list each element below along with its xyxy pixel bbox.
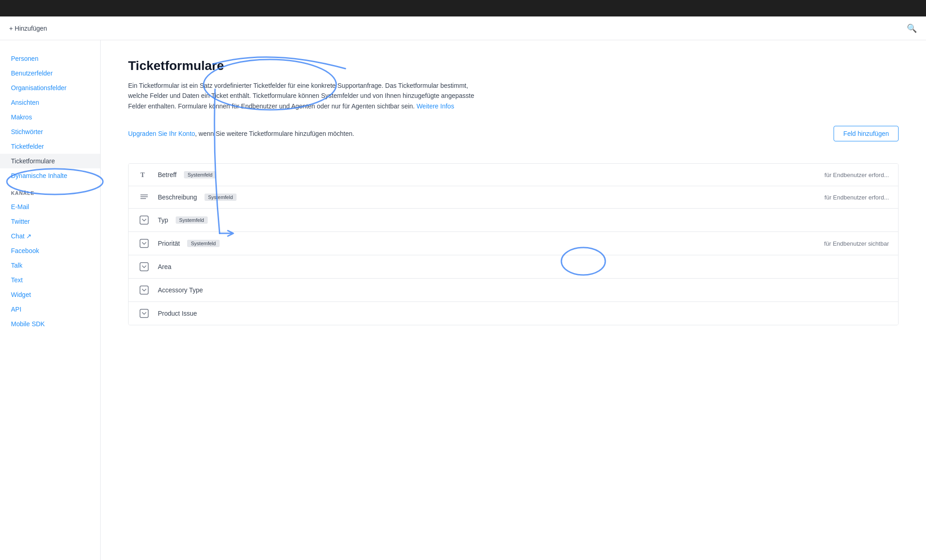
sidebar-item-dynamische-inhalte[interactable]: Dynamische Inhalte [0, 168, 100, 183]
field-icon-dropdown [138, 238, 151, 248]
svg-text:T: T [140, 172, 145, 178]
sidebar: PersonenBenutzerfelderOrganisationsfelde… [0, 40, 101, 560]
layout: PersonenBenutzerfelderOrganisationsfelde… [0, 40, 926, 560]
field-icon-dropdown [138, 262, 151, 272]
search-button[interactable]: 🔍 [907, 23, 917, 33]
field-row-area: Area [129, 255, 898, 279]
channel-item-widget[interactable]: Widget [0, 287, 100, 302]
toolbar: + Hinzufügen 🔍 [0, 16, 926, 40]
more-info-link[interactable]: Weitere Infos [416, 102, 454, 110]
field-icon-text: T [138, 170, 151, 179]
sidebar-item-organisationsfelder[interactable]: Organisationsfelder [0, 81, 100, 95]
add-button[interactable]: + Hinzufügen [9, 25, 47, 32]
field-icon-lines [138, 193, 151, 202]
field-status-beschreibung: für Endbenutzer erford... [824, 194, 889, 201]
sidebar-item-benutzerfelder[interactable]: Benutzerfelder [0, 66, 100, 81]
field-badge-betreff: Systemfeld [184, 171, 216, 178]
field-row-betreff: TBetreffSystemfeldfür Endbenutzer erford… [129, 164, 898, 186]
main-content: Ticketformulare Ein Ticketformular ist e… [101, 40, 926, 560]
field-icon-dropdown [138, 308, 151, 318]
channel-item-text[interactable]: Text [0, 273, 100, 287]
field-icon-dropdown [138, 215, 151, 225]
field-badge-beschreibung: Systemfeld [205, 194, 237, 201]
page-description: Ein Ticketformular ist ein Satz vordefin… [128, 81, 476, 111]
channel-item-talk[interactable]: Talk [0, 258, 100, 273]
upgrade-text: Upgraden Sie Ihr Konto, wenn Sie weitere… [128, 130, 354, 137]
svg-rect-4 [140, 216, 148, 224]
field-status-betreff: für Endbenutzer erford... [824, 172, 889, 178]
sidebar-item-ansichten[interactable]: Ansichten [0, 95, 100, 110]
field-row-beschreibung: BeschreibungSystemfeldfür Endbenutzer er… [129, 186, 898, 209]
sidebar-item-ticketfelder[interactable]: Ticketfelder [0, 139, 100, 154]
channels-section-label: KANÄLE [0, 183, 100, 199]
field-icon-dropdown [138, 285, 151, 295]
svg-rect-7 [140, 286, 148, 294]
field-row-accessory-type: Accessory Type [129, 279, 898, 302]
channel-item-twitter[interactable]: Twitter [0, 214, 100, 229]
top-bar [0, 0, 926, 16]
page-title: Ticketformulare [128, 59, 899, 73]
upgrade-bar: Upgraden Sie Ihr Konto, wenn Sie weitere… [128, 126, 899, 152]
field-badge-typ: Systemfeld [176, 216, 208, 224]
sidebar-item-makros[interactable]: Makros [0, 110, 100, 124]
field-badge-prioritaet: Systemfeld [187, 240, 219, 247]
sidebar-item-stichwoerter[interactable]: Stichwörter [0, 124, 100, 139]
svg-rect-5 [140, 239, 148, 248]
field-name-betreff: Betreff [158, 171, 177, 178]
field-row-product-issue: Product Issue [129, 302, 898, 325]
channel-item-api[interactable]: API [0, 302, 100, 317]
field-name-typ: Typ [158, 216, 168, 224]
channel-item-mobile-sdk[interactable]: Mobile SDK [0, 317, 100, 331]
svg-rect-6 [140, 263, 148, 271]
field-row-prioritaet: PrioritätSystemfeldfür Endbenutzer sicht… [129, 232, 898, 255]
channel-item-chat[interactable]: Chat ↗ [0, 229, 100, 243]
svg-rect-8 [140, 309, 148, 318]
field-status-prioritaet: für Endbenutzer sichtbar [824, 240, 889, 247]
field-list: TBetreffSystemfeldfür Endbenutzer erford… [128, 163, 899, 325]
field-name-area: Area [158, 263, 172, 270]
field-name-prioritaet: Priorität [158, 240, 180, 247]
field-row-typ: TypSystemfeld [129, 209, 898, 232]
channel-item-facebook[interactable]: Facebook [0, 243, 100, 258]
field-name-beschreibung: Beschreibung [158, 194, 197, 201]
sidebar-item-personen[interactable]: Personen [0, 51, 100, 66]
field-name-accessory-type: Accessory Type [158, 286, 203, 294]
field-name-product-issue: Product Issue [158, 310, 197, 317]
channel-item-email[interactable]: E-Mail [0, 199, 100, 214]
search-icon: 🔍 [907, 24, 917, 33]
sidebar-item-ticketformulare[interactable]: Ticketformulare [0, 154, 100, 168]
add-field-button[interactable]: Feld hinzufügen [834, 126, 899, 141]
upgrade-link[interactable]: Upgraden Sie Ihr Konto [128, 130, 195, 137]
